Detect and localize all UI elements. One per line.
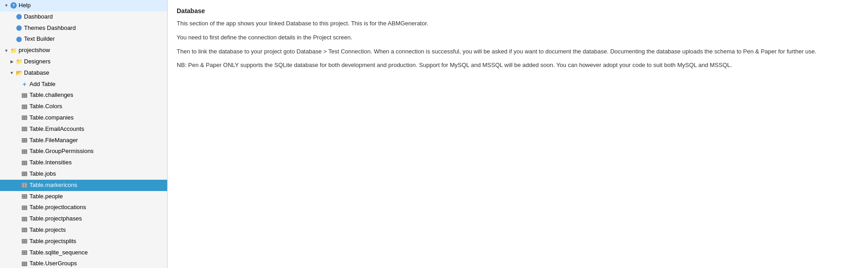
sidebar-item-dashboard[interactable]: ▶ Dashboard xyxy=(0,11,167,23)
table-colors-icon xyxy=(21,103,28,110)
table-usergroups-icon xyxy=(21,260,28,268)
sidebar-item-text-builder[interactable]: ▶ Text Builder xyxy=(0,34,167,45)
sidebar-label-table-grouppermissions: Table.GroupPermissions xyxy=(29,147,94,156)
sidebar-item-table-challenges[interactable]: ▶ Table.challenges xyxy=(0,90,167,101)
projectshow-icon: 📁 xyxy=(10,47,17,54)
themes-dashboard-icon xyxy=(15,24,23,32)
table-challenges-icon xyxy=(21,92,28,99)
sidebar-label-table-projectphases: Table.projectphases xyxy=(29,214,82,224)
table-projectlocations-icon xyxy=(21,204,28,211)
table-companies-icon xyxy=(21,114,28,121)
add-table-icon: + xyxy=(21,81,28,88)
sidebar-item-table-colors[interactable]: ▶ Table.Colors xyxy=(0,101,167,112)
sidebar-item-table-filemanager[interactable]: ▶ Table.FileManager xyxy=(0,135,167,146)
sidebar-label-text-builder: Text Builder xyxy=(24,34,55,44)
database-icon: 📂 xyxy=(15,69,23,77)
main-para-1: This section of the app shows your linke… xyxy=(177,19,859,29)
sidebar-label-table-projectlocations: Table.projectlocations xyxy=(29,203,86,212)
sidebar-item-table-sqlite-sequence[interactable]: ▶ Table.sqlite_sequence xyxy=(0,247,167,258)
sidebar-label-help: Help xyxy=(19,1,31,10)
table-intensities-icon xyxy=(21,159,28,167)
table-markericons-icon xyxy=(21,182,28,189)
table-sqlite-sequence-icon xyxy=(21,249,28,256)
sidebar-label-table-colors: Table.Colors xyxy=(29,102,62,111)
table-projects-icon xyxy=(21,226,28,234)
text-builder-icon xyxy=(15,36,23,43)
expand-arrow-database: ▼ xyxy=(9,70,14,76)
sidebar-label-table-challenges: Table.challenges xyxy=(29,91,73,100)
sidebar-item-table-projects[interactable]: ▶ Table.projects xyxy=(0,225,167,236)
sidebar-item-table-grouppermissions[interactable]: ▶ Table.GroupPermissions xyxy=(0,146,167,157)
sidebar-item-projectshow[interactable]: ▼ 📁 projectshow xyxy=(0,45,167,56)
sidebar-item-table-projectphases[interactable]: ▶ Table.projectphases xyxy=(0,213,167,225)
sidebar-label-table-markericons: Table.markericons xyxy=(29,181,77,190)
sidebar-label-table-filemanager: Table.FileManager xyxy=(29,136,78,145)
expand-arrow-help: ▼ xyxy=(4,3,9,8)
main-content: Database This section of the app shows y… xyxy=(168,0,868,268)
dashboard-icon xyxy=(15,13,23,20)
sidebar-item-table-projectsplits[interactable]: ▶ Table.projectsplits xyxy=(0,236,167,247)
main-para-3: Then to link the database to your projec… xyxy=(177,47,859,57)
sidebar-label-themes-dashboard: Themes Dashboard xyxy=(24,24,76,33)
sidebar-item-help[interactable]: ▼ ? Help xyxy=(0,0,167,11)
help-icon: ? xyxy=(10,2,17,9)
sidebar-label-dashboard: Dashboard xyxy=(24,12,53,22)
sidebar-label-table-people: Table.people xyxy=(29,192,63,201)
page-title: Database xyxy=(177,7,859,14)
table-jobs-icon xyxy=(21,170,28,177)
sidebar-label-table-intensities: Table.Intensities xyxy=(29,158,72,168)
main-para-4: NB: Pen & Paper ONLY supports the SQLite… xyxy=(177,61,859,70)
sidebar-item-table-emailaccounts[interactable]: ▶ Table.EmailAccounts xyxy=(0,124,167,135)
sidebar-item-table-usergroups[interactable]: ▶ Table.UserGroups xyxy=(0,258,167,268)
sidebar-item-table-projectlocations[interactable]: ▶ Table.projectlocations xyxy=(0,202,167,213)
table-filemanager-icon xyxy=(21,137,28,144)
sidebar-label-table-sqlite-sequence: Table.sqlite_sequence xyxy=(29,248,88,258)
sidebar-item-themes-dashboard[interactable]: ▶ Themes Dashboard xyxy=(0,23,167,34)
sidebar-label-designers: Designers xyxy=(24,57,51,67)
table-people-icon xyxy=(21,193,28,200)
sidebar-item-add-table[interactable]: ▶ + Add Table xyxy=(0,79,167,90)
table-grouppermissions-icon xyxy=(21,148,28,155)
sidebar-item-table-intensities[interactable]: ▶ Table.Intensities xyxy=(0,157,167,168)
sidebar-item-table-people[interactable]: ▶ Table.people xyxy=(0,191,167,202)
sidebar-label-table-projects: Table.projects xyxy=(29,225,66,235)
table-projectsplits-icon xyxy=(21,238,28,245)
sidebar-label-projectshow: projectshow xyxy=(19,46,50,55)
sidebar-item-table-markericons[interactable]: ▶ Table.markericons xyxy=(0,180,167,191)
sidebar-item-table-companies[interactable]: ▶ Table.companies xyxy=(0,112,167,124)
table-projectphases-icon xyxy=(21,215,28,223)
sidebar-item-designers[interactable]: ▶ 📁 Designers xyxy=(0,56,167,67)
sidebar-label-database: Database xyxy=(24,68,49,78)
sidebar-label-table-emailaccounts: Table.EmailAccounts xyxy=(29,124,84,134)
sidebar: ▼ ? Help ▶ Dashboard ▶ Themes Dashboard … xyxy=(0,0,168,268)
sidebar-label-table-usergroups: Table.UserGroups xyxy=(29,259,77,268)
expand-arrow-projectshow: ▼ xyxy=(4,48,9,53)
sidebar-item-database[interactable]: ▼ 📂 Database xyxy=(0,67,167,79)
sidebar-item-table-jobs[interactable]: ▶ Table.jobs xyxy=(0,168,167,180)
expand-arrow-designers: ▶ xyxy=(9,59,14,64)
sidebar-label-add-table: Add Table xyxy=(29,80,56,89)
sidebar-label-table-jobs: Table.jobs xyxy=(29,169,56,179)
designers-icon: 📁 xyxy=(15,58,23,65)
sidebar-label-table-companies: Table.companies xyxy=(29,113,74,123)
sidebar-label-table-projectsplits: Table.projectsplits xyxy=(29,237,76,246)
table-emailaccounts-icon xyxy=(21,125,28,133)
main-para-2: You need to first define the connection … xyxy=(177,33,859,43)
